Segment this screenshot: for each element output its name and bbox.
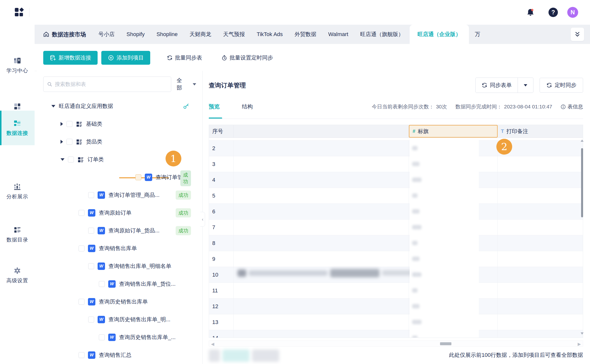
scroll-down-arrow[interactable] [581, 332, 584, 335]
vertical-scrollbar[interactable] [580, 140, 584, 335]
tree-table-row[interactable]: W查询销售汇总 [35, 346, 202, 364]
tree-table-row[interactable]: W查询销售出库单_明细名单 [35, 257, 202, 275]
sidebar-item-analysis-display[interactable]: 分析展示 [0, 179, 35, 204]
scroll-left-arrow[interactable]: ◀ [211, 342, 214, 347]
sidebar-item-promotion-rewards[interactable]: 推广奖励 [0, 363, 35, 364]
scroll-right-arrow[interactable]: ▶ [578, 342, 581, 347]
sync-form-button[interactable]: 同步表单 [476, 78, 518, 93]
table-row[interactable]: 6 [209, 204, 583, 220]
checkbox[interactable] [88, 192, 94, 198]
column-header-序号[interactable]: 序号 [209, 125, 234, 138]
tab-item[interactable]: 旺店通（旗舰版） [354, 25, 410, 44]
scrollbar-thumb[interactable] [581, 148, 583, 217]
tree-table-row[interactable]: W查询历史销售出库单 [35, 293, 202, 311]
batch-sync-button[interactable]: 批量同步表 [167, 51, 202, 65]
tree-table-row[interactable]: W查询销售出库单 [35, 240, 202, 257]
key-icon[interactable] [183, 103, 189, 109]
tree-table-row[interactable]: W查询历史销售出库单_明... [35, 311, 202, 328]
scroll-up-arrow[interactable] [581, 140, 584, 142]
tree-table-row[interactable]: W查询订单管理成功 [35, 168, 202, 186]
expand-arrow-icon[interactable] [61, 140, 63, 144]
checkbox[interactable] [88, 263, 94, 269]
tree-table-row[interactable]: W查询原始订单_货品...成功 [35, 222, 202, 240]
checkbox[interactable] [79, 299, 84, 305]
table-row[interactable]: 3 [209, 156, 583, 172]
table-row[interactable]: 4 [209, 172, 583, 188]
tab-item[interactable]: 外贸数据 [289, 25, 322, 44]
tab-structure[interactable]: 结构 [242, 103, 253, 110]
search-input[interactable]: 搜索数据和表 [43, 77, 171, 92]
checkbox[interactable] [79, 352, 84, 358]
tab-item[interactable]: 天财商龙 [184, 25, 217, 44]
data-source-tree: 旺店通自定义应用数据基础类货品类订单类W查询订单管理成功W查询订单管理_商品..… [35, 97, 202, 364]
column-header-blank[interactable] [234, 125, 409, 138]
scrollbar-thumb[interactable] [440, 342, 451, 345]
data-cell [234, 188, 409, 203]
tab-preview[interactable]: 预览 [209, 103, 220, 110]
tree-root-row[interactable]: 旺店通自定义应用数据 [35, 97, 202, 115]
help-icon[interactable]: ? [548, 8, 558, 17]
checkbox[interactable] [88, 228, 94, 234]
notification-bell-icon[interactable] [526, 8, 535, 17]
checkbox[interactable] [68, 157, 74, 162]
tab-item[interactable]: TikTok Ads [251, 25, 289, 44]
tree-table-row[interactable]: W查询订单管理_商品...成功 [35, 186, 202, 204]
table-info-link[interactable]: 表信息 [561, 103, 583, 110]
user-avatar[interactable]: N [567, 7, 578, 18]
checkbox[interactable] [99, 334, 105, 340]
column-header-标旗[interactable]: #标旗 [409, 125, 498, 138]
chevron-down-icon[interactable] [193, 83, 196, 85]
expand-arrow-icon[interactable] [51, 105, 55, 107]
tree-table-row[interactable]: W查询原始订单成功 [35, 204, 202, 222]
table-row[interactable]: 13 [209, 314, 583, 330]
sidebar-item-learning-center[interactable]: 学习中心 [0, 53, 35, 78]
tree-table-row[interactable]: W查询销售出库单_货位... [35, 275, 202, 293]
filter-dropdown[interactable]: 全部 [177, 77, 187, 92]
row-number-cell: 4 [209, 172, 234, 188]
checkbox[interactable] [66, 121, 72, 127]
tab-item[interactable]: Shopify [121, 25, 150, 44]
checkbox[interactable] [79, 210, 84, 216]
sidebar-item-data-catalog[interactable]: 数据目录 [0, 222, 35, 247]
timed-sync-button[interactable]: 定时同步 [540, 78, 583, 93]
checkbox[interactable] [99, 281, 105, 287]
checkbox[interactable] [79, 245, 84, 251]
horizontal-scrollbar[interactable]: ◀ ▶ [209, 341, 583, 346]
panel-collapse-handle[interactable]: ‹ [200, 212, 205, 227]
tab-data-connection-market[interactable]: 数据连接市场 [35, 25, 92, 44]
table-row[interactable]: 10 [209, 267, 583, 283]
table-row[interactable]: 5 [209, 188, 583, 204]
checkbox[interactable] [66, 139, 72, 145]
tab-expand-button[interactable] [571, 28, 584, 41]
tab-item[interactable]: Shopline [150, 25, 184, 44]
table-row[interactable]: 12 [209, 299, 583, 314]
wangdiantong-table-icon: W [98, 227, 105, 234]
button-label: 批量同步表 [175, 54, 202, 61]
table-row[interactable]: 14 [209, 330, 583, 338]
checkbox[interactable] [88, 317, 94, 323]
column-header-打印备注[interactable]: T打印备注 [498, 125, 583, 138]
collapse-arrow-icon[interactable] [61, 158, 64, 161]
tab-wangdiantong-enterprise-active[interactable]: 旺店通（企业版） [410, 25, 469, 44]
tab-overflow-partial[interactable]: 万 [469, 25, 486, 44]
table-row[interactable]: 9 [209, 251, 583, 267]
table-row[interactable]: 11 [209, 283, 583, 299]
table-row[interactable]: 7 [209, 220, 583, 235]
tree-table-row[interactable]: W查询历史销售出库单_... [35, 328, 202, 346]
sidebar-item-advanced-settings[interactable]: 高级设置 [0, 263, 35, 288]
tab-item[interactable]: 天气预报 [217, 25, 251, 44]
batch-schedule-sync-button[interactable]: 批量设置定时同步 [221, 51, 273, 65]
new-data-connection-button[interactable]: 新增数据连接 [43, 51, 98, 65]
checkbox[interactable] [135, 174, 141, 180]
tree-category-row[interactable]: 货品类 [35, 133, 202, 151]
table-row[interactable]: 8 [209, 235, 583, 251]
add-to-project-button[interactable]: 添加到项目 [101, 51, 150, 65]
expand-arrow-icon[interactable] [61, 122, 63, 126]
tree-category-row[interactable]: 基础类 [35, 115, 202, 133]
tab-item[interactable]: Walmart [322, 25, 354, 44]
app-logo-icon[interactable] [14, 7, 24, 17]
sync-form-dropdown-button[interactable] [518, 78, 533, 93]
sidebar-item-data-connection[interactable]: 数据连接 [0, 111, 35, 145]
tab-item[interactable]: 号小店 [92, 25, 121, 44]
table-row[interactable]: 2 [209, 141, 583, 156]
